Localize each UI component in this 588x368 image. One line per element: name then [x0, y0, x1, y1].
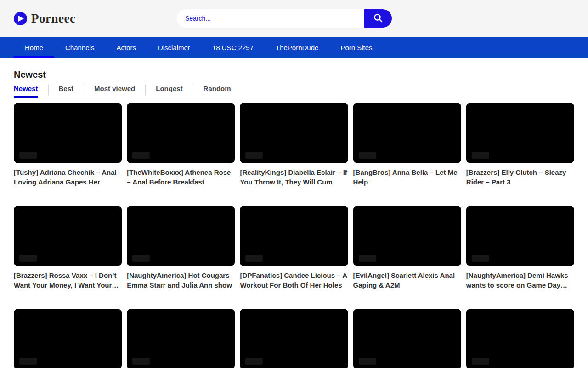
video-thumbnail[interactable] — [240, 103, 348, 163]
search-input[interactable] — [177, 9, 364, 28]
video-thumbnail[interactable] — [14, 103, 122, 163]
duration-badge — [19, 358, 37, 365]
video-card[interactable] — [127, 309, 235, 368]
tab-separator — [84, 84, 84, 95]
duration-badge — [19, 255, 37, 262]
video-card[interactable] — [466, 309, 574, 368]
duration-badge — [472, 358, 489, 365]
main-content: Newest NewestBestMost viewedLongestRando… — [14, 69, 574, 368]
site-logo[interactable]: Porneec — [14, 12, 75, 26]
video-card[interactable]: [TheWhiteBoxxx] Athenea Rose – Anal Befo… — [127, 103, 235, 187]
search-button[interactable] — [364, 9, 392, 28]
video-grid: [Tushy] Adriana Chechik – Anal-Loving Ad… — [14, 103, 574, 368]
nav-item-channels[interactable]: Channels — [54, 37, 105, 58]
video-card[interactable]: [EvilAngel] Scarlett Alexis Anal Gaping … — [353, 206, 461, 290]
video-title[interactable]: [NaughtyAmerica] Hot Cougars Emma Starr … — [127, 270, 235, 290]
duration-badge — [132, 152, 150, 159]
nav-item-home[interactable]: Home — [14, 37, 54, 58]
tab-most-viewed[interactable]: Most viewed — [94, 85, 135, 98]
duration-badge — [359, 358, 376, 365]
duration-badge — [245, 255, 263, 262]
duration-badge — [245, 358, 263, 365]
video-title[interactable]: [Tushy] Adriana Chechik – Anal-Loving Ad… — [14, 167, 122, 187]
video-card[interactable]: [Tushy] Adriana Chechik – Anal-Loving Ad… — [14, 103, 122, 187]
video-card[interactable] — [353, 309, 461, 368]
video-title[interactable]: [Brazzers] Elly Clutch – Sleazy Rider – … — [466, 167, 574, 187]
tab-random[interactable]: Random — [204, 85, 231, 98]
video-title[interactable]: [Brazzers] Rossa Vaxx – I Don’t Want You… — [14, 270, 122, 290]
video-thumbnail[interactable] — [127, 103, 235, 163]
nav-item-18-usc-2257[interactable]: 18 USC 2257 — [201, 37, 265, 58]
play-icon — [14, 12, 27, 25]
video-title[interactable]: [BangBros] Anna Bella – Let Me Help — [353, 167, 461, 187]
duration-badge — [359, 255, 376, 262]
duration-badge — [472, 255, 489, 262]
video-thumbnail[interactable] — [240, 206, 348, 266]
nav-item-theporndude[interactable]: ThePornDude — [265, 37, 329, 58]
video-title[interactable]: [DPFanatics] Candee Licious – A Workout … — [240, 270, 348, 290]
video-card[interactable]: [RealityKings] Diabella Eclair – If You … — [240, 103, 348, 187]
video-thumbnail[interactable] — [466, 103, 574, 163]
video-card[interactable]: [BangBros] Anna Bella – Let Me Help — [353, 103, 461, 187]
tab-best[interactable]: Best — [59, 85, 74, 98]
nav-item-actors[interactable]: Actors — [105, 37, 147, 58]
video-thumbnail[interactable] — [466, 309, 574, 368]
duration-badge — [359, 152, 376, 159]
video-thumbnail[interactable] — [14, 309, 122, 368]
page-title: Newest — [14, 69, 574, 80]
tab-longest[interactable]: Longest — [156, 85, 182, 98]
video-thumbnail[interactable] — [127, 309, 235, 368]
site-header: Porneec — [0, 0, 588, 37]
search-bar — [177, 9, 392, 28]
video-card[interactable] — [14, 309, 122, 368]
video-title[interactable]: [TheWhiteBoxxx] Athenea Rose – Anal Befo… — [127, 167, 235, 187]
sort-tabs: NewestBestMost viewedLongestRandom — [14, 84, 574, 98]
video-card[interactable] — [240, 309, 348, 368]
video-card[interactable]: [NaughtyAmerica] Hot Cougars Emma Starr … — [127, 206, 235, 290]
video-card[interactable]: [DPFanatics] Candee Licious – A Workout … — [240, 206, 348, 290]
tab-separator — [145, 84, 146, 95]
site-title: Porneec — [31, 12, 75, 26]
video-thumbnail[interactable] — [353, 103, 461, 163]
tab-separator — [48, 84, 49, 95]
magnifier-icon — [373, 13, 383, 24]
video-thumbnail[interactable] — [353, 206, 461, 266]
video-title[interactable]: [EvilAngel] Scarlett Alexis Anal Gaping … — [353, 270, 461, 290]
video-card[interactable]: [Brazzers] Elly Clutch – Sleazy Rider – … — [466, 103, 574, 187]
video-thumbnail[interactable] — [466, 206, 574, 266]
nav-item-porn-sites[interactable]: Porn Sites — [329, 37, 383, 58]
tab-separator — [193, 84, 193, 95]
video-card[interactable]: [Brazzers] Rossa Vaxx – I Don’t Want You… — [14, 206, 122, 290]
video-thumbnail[interactable] — [14, 206, 122, 266]
duration-badge — [245, 152, 263, 159]
tab-newest[interactable]: Newest — [14, 85, 38, 98]
video-title[interactable]: [NaughtyAmerica] Demi Hawks wants to sco… — [466, 270, 574, 290]
video-title[interactable]: [RealityKings] Diabella Eclair – If You … — [240, 167, 348, 187]
video-thumbnail[interactable] — [353, 309, 461, 368]
nav-item-disclaimer[interactable]: Disclaimer — [147, 37, 201, 58]
video-card[interactable]: [NaughtyAmerica] Demi Hawks wants to sco… — [466, 206, 574, 290]
duration-badge — [19, 152, 37, 159]
duration-badge — [132, 255, 150, 262]
video-thumbnail[interactable] — [240, 309, 348, 368]
duration-badge — [472, 152, 489, 159]
duration-badge — [132, 358, 150, 365]
main-nav: HomeChannelsActorsDisclaimer18 USC 2257T… — [0, 37, 588, 58]
video-thumbnail[interactable] — [127, 206, 235, 266]
